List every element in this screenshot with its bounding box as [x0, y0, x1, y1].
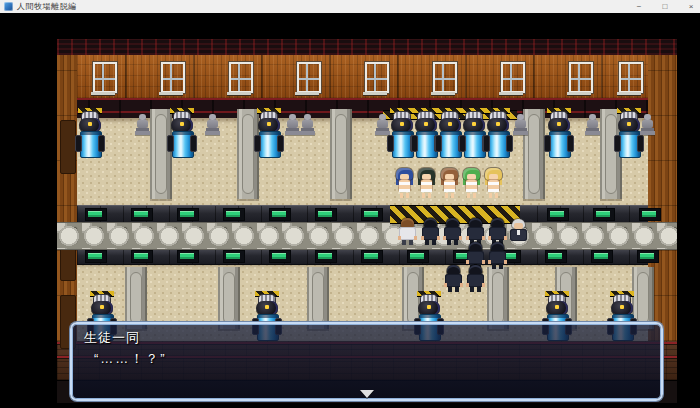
tank-machine [486, 108, 510, 157]
green-screen-panel [85, 250, 107, 263]
statue-bust [513, 114, 528, 135]
game-stage: 生徒一同 “……！？” [0, 13, 700, 408]
app-window: 人間牧場離脱編 − □ × 生徒一同 “……！？” [0, 0, 700, 408]
door-panel [60, 120, 76, 174]
student-sprite [420, 218, 441, 245]
tank-machine [617, 108, 641, 157]
statue-bust [585, 114, 600, 135]
window-sprite [619, 62, 643, 93]
girl-sprite [462, 168, 481, 199]
green-screen-panel [407, 250, 429, 263]
student-sprite [487, 242, 508, 269]
green-screen-panel [85, 208, 107, 221]
student-sprite [465, 218, 486, 245]
close-button[interactable]: × [680, 0, 700, 13]
green-screen-panel [269, 208, 291, 221]
green-screen-panel [639, 208, 661, 221]
stone-pillar [237, 109, 259, 199]
dialog-continue-arrow-icon[interactable] [360, 390, 374, 398]
girl-sprite [395, 168, 414, 199]
student-sprite [487, 218, 508, 245]
tank-machine [257, 108, 281, 157]
stone-pillar [307, 267, 329, 329]
window-sprite [501, 62, 525, 93]
green-screen-panel [547, 208, 569, 221]
stone-pillar [218, 267, 240, 329]
maximize-button[interactable]: □ [654, 0, 676, 13]
casual-student-sprite [397, 218, 418, 245]
green-screen-panel [223, 208, 245, 221]
window-sprite [161, 62, 185, 93]
green-screen-panel [177, 208, 199, 221]
statue-bust [640, 114, 655, 135]
window-titlebar[interactable]: 人間牧場離脱編 − □ × [0, 0, 700, 14]
window-sprite [365, 62, 389, 93]
green-screen-panel [223, 250, 245, 263]
window-sprite [93, 62, 117, 93]
window-sprite [297, 62, 321, 93]
student-sprite [442, 218, 463, 245]
green-screen-panel [591, 250, 613, 263]
green-screen-panel [315, 250, 337, 263]
tank-machine [78, 108, 102, 157]
dialog-text: “……！？” [94, 350, 167, 368]
girl-sprite [440, 168, 459, 199]
window-title: 人間牧場離脱編 [17, 1, 77, 12]
green-screen-panel [131, 208, 153, 221]
window-sprite [569, 62, 593, 93]
green-screen-panel [131, 250, 153, 263]
green-screen-panel [545, 250, 567, 263]
girl-sprite [417, 168, 436, 199]
green-screen-panel [637, 250, 659, 263]
green-screen-panel [177, 250, 199, 263]
statue-bust [300, 114, 315, 135]
statue-bust [285, 114, 300, 135]
girl-sprite [484, 168, 503, 199]
app-icon [4, 2, 13, 11]
green-screen-panel [593, 208, 615, 221]
window-sprite [433, 62, 457, 93]
stone-pillar [150, 109, 172, 199]
statue-bust [375, 114, 390, 135]
green-screen-panel [361, 250, 383, 263]
elder-sprite [508, 219, 529, 246]
dialog-speaker-name: 生徒一同 [84, 329, 140, 347]
stone-pillar [487, 267, 509, 329]
student-sprite [443, 265, 464, 292]
statue-bust [135, 114, 150, 135]
tank-machine [170, 108, 194, 157]
dialog-box[interactable]: 生徒一同 “……！？” [70, 322, 663, 401]
tank-machine [547, 108, 571, 157]
minimize-button[interactable]: − [628, 0, 650, 13]
green-screen-panel [315, 208, 337, 221]
cobblestone-walkway [57, 222, 677, 250]
stone-pillar [330, 109, 352, 199]
green-screen-panel [361, 208, 383, 221]
statue-bust [205, 114, 220, 135]
stone-pillar [125, 267, 147, 329]
window-sprite [229, 62, 253, 93]
left-side-wall [57, 55, 77, 341]
green-screen-panel [269, 250, 291, 263]
student-sprite [465, 265, 486, 292]
